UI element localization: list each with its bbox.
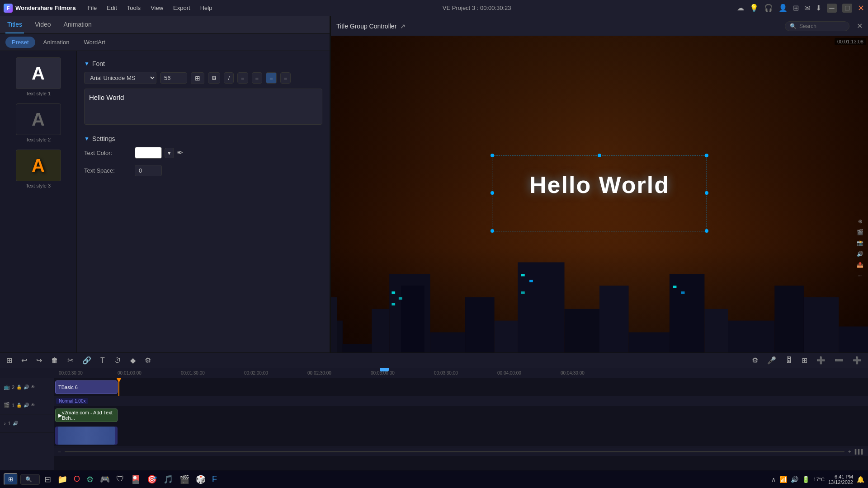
taskbar-app4-icon[interactable]: 🎯 [145,474,159,485]
taskbar-app6-icon[interactable]: 🎬 [178,474,191,485]
color-dropdown-button[interactable]: ▾ [165,148,174,158]
font-section-header[interactable]: ▼ Font [84,60,322,67]
system-clock[interactable]: 6:41 PM 13/12/2022 [828,474,853,485]
minimize-button[interactable]: ─ [827,4,837,13]
tl-tool-cut[interactable]: ✂ [65,355,76,366]
tl-tool-diamond[interactable]: ◆ [127,355,138,366]
color-swatch[interactable] [135,147,162,159]
track-label-video-lock[interactable]: 🔒 [16,403,22,408]
tab-video[interactable]: Video [33,16,53,33]
list-item[interactable]: A Text style 1 [4,55,73,99]
video-clip[interactable]: ▶ y2mate.com - Add Text Beh... [55,408,118,422]
taskbar-chrome-icon[interactable]: ⚙ [85,474,95,485]
tl-tool-plus[interactable]: ➕ [850,355,864,366]
tl-tool-snap[interactable]: ⊞ [799,355,810,366]
preview-ctrl-1[interactable]: ⊕ [854,217,866,225]
menu-edit[interactable]: Edit [102,3,121,13]
align-right-button[interactable]: ≡ [266,72,277,84]
notification-icon[interactable]: 🔔 [857,476,864,483]
preview-ctrl-6[interactable]: ↔ [854,272,866,280]
subtab-wordart[interactable]: WordArt [77,37,111,48]
tl-tool-delete[interactable]: 🗑 [48,355,61,366]
menu-tools[interactable]: Tools [123,3,145,13]
tab-titles[interactable]: Titles [5,16,24,33]
preview-ctrl-4[interactable]: 🔊 [854,250,866,258]
settings-section-header[interactable]: ▼ Settings [84,135,322,142]
menu-view[interactable]: View [146,3,168,13]
expand-icon[interactable]: ↗ [400,23,406,30]
menu-export[interactable]: Export [169,3,195,13]
grid-icon[interactable]: ⊞ [793,4,799,12]
menu-file[interactable]: File [83,3,101,13]
list-item[interactable]: A Text style 2 [4,101,73,145]
eyedropper-button[interactable]: ✒ [177,148,184,158]
chevron-icon[interactable]: ∧ [771,476,776,483]
taskbar-widget-icon[interactable]: ⊟ [42,474,53,485]
align-left-button[interactable]: ≡ [237,72,248,84]
taskbar-folder-icon[interactable]: 📁 [56,474,69,485]
cloud-icon[interactable]: ☁ [737,4,744,12]
track-label-lock[interactable]: 🔒 [16,385,22,389]
audio-clip[interactable] [55,427,118,445]
tl-tool-adjust[interactable]: ⚙ [142,355,154,366]
font-layout-button[interactable]: ⊞ [191,72,204,84]
font-family-select[interactable]: Arial Unicode MS [84,72,156,84]
taskbar-filmora-icon[interactable]: F [210,474,219,485]
list-item[interactable]: A Text style 3 [4,147,73,191]
playhead[interactable] [118,378,119,396]
maximize-button[interactable]: □ [842,4,852,13]
user-icon[interactable]: 👤 [778,4,788,12]
italic-button[interactable]: I [224,72,234,84]
wifi-icon[interactable]: 📶 [779,476,787,483]
preview-ctrl-2[interactable]: 🎬 [854,228,866,236]
sound-icon[interactable]: 🔊 [791,476,798,483]
mail-icon[interactable]: ✉ [804,4,810,12]
track-label-audio-vol[interactable]: 🔊 [13,421,18,426]
zoom-slider[interactable] [65,451,844,452]
taskbar-opera-icon[interactable]: O [72,474,82,485]
taskbar-app5-icon[interactable]: 🎵 [161,474,175,485]
tl-tool-settings[interactable]: ⚙ [749,355,761,366]
align-justify-button[interactable]: ≡ [280,72,291,84]
tl-tool-redo[interactable]: ↪ [33,355,45,366]
tl-tool-link[interactable]: 🔗 [80,355,94,366]
taskbar-app2-icon[interactable]: 🛡 [114,474,126,485]
tl-tool-mic[interactable]: 🎤 [764,355,779,366]
tl-tool-undo[interactable]: ↩ [19,355,30,366]
font-size-input[interactable] [160,72,187,84]
menu-help[interactable]: Help [196,3,217,13]
title-clip[interactable]: T Basic 6 [55,380,118,394]
zoom-in-button[interactable]: + [848,449,851,455]
preview-ctrl-3[interactable]: 📸 [854,239,866,247]
taskbar-app3-icon[interactable]: 🎴 [129,474,142,485]
tl-tool-grid[interactable]: ⊞ [4,355,15,366]
headphone-icon[interactable]: 🎧 [764,4,773,12]
start-button[interactable]: ⊞ [4,473,18,485]
track-label-eye[interactable]: 👁 [31,385,35,389]
tl-tool-minus[interactable]: ➖ [832,355,846,366]
subtab-preset[interactable]: Preset [5,37,35,48]
close-icon[interactable]: ✕ [857,22,863,30]
tl-tool-text[interactable]: T [98,355,108,366]
taskbar-app7-icon[interactable]: 🎲 [194,474,208,485]
align-center-button[interactable]: ≡ [252,72,263,84]
tab-animation[interactable]: Animation [62,16,94,33]
track-label-video-audio[interactable]: 🔊 [24,403,29,408]
tl-tool-insert[interactable]: ➕ [814,355,828,366]
tl-tool-mix[interactable]: 🎛 [783,355,795,366]
search-input[interactable] [799,23,844,29]
bold-button[interactable]: B [208,72,220,84]
text-space-input[interactable] [135,165,162,176]
taskbar-search[interactable]: 🔍 [20,474,40,485]
bulb-icon[interactable]: 💡 [750,4,759,12]
download-icon[interactable]: ⬇ [816,4,821,12]
taskbar-app1-icon[interactable]: 🎮 [98,474,112,485]
tl-tool-clock[interactable]: ⏱ [111,355,124,366]
close-button[interactable]: ✕ [858,3,864,13]
track-label-video-eye[interactable]: 👁 [31,403,35,408]
zoom-out-button[interactable]: − [58,449,61,455]
track-label-audio[interactable]: 🔊 [24,385,29,389]
text-content-area[interactable]: Hello World [84,89,322,125]
subtab-animation[interactable]: Animation [37,37,76,48]
preview-ctrl-5[interactable]: 📤 [854,261,866,269]
